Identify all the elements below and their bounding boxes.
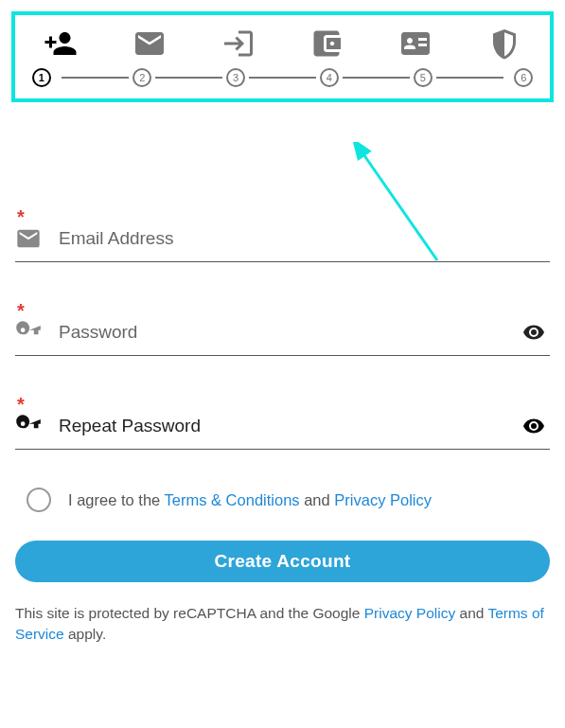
step-id[interactable] bbox=[387, 27, 444, 61]
eye-icon bbox=[518, 321, 550, 344]
password-input[interactable] bbox=[59, 322, 518, 343]
privacy-link[interactable]: Privacy Policy bbox=[334, 491, 432, 508]
progress-stepper: 1 2 3 4 5 6 bbox=[11, 11, 554, 102]
step-connector bbox=[155, 77, 222, 79]
step-connector bbox=[436, 77, 503, 79]
agree-row: I agree to the Terms & Conditions and Pr… bbox=[26, 488, 550, 512]
email-input[interactable] bbox=[59, 228, 550, 249]
google-privacy-link[interactable]: Privacy Policy bbox=[364, 605, 455, 621]
recaptcha-middle: and bbox=[455, 605, 487, 621]
repeat-password-input[interactable] bbox=[59, 416, 518, 436]
step-number-2: 2 bbox=[132, 68, 151, 87]
step-number-3: 3 bbox=[226, 68, 245, 87]
email-field-wrapper: * bbox=[15, 206, 550, 262]
step-number-4: 4 bbox=[320, 68, 339, 87]
step-email[interactable] bbox=[121, 27, 178, 61]
repeat-password-field-wrapper: * bbox=[15, 394, 550, 450]
shield-icon bbox=[487, 27, 521, 61]
agree-prefix: I agree to the bbox=[68, 491, 165, 508]
id-card-icon bbox=[398, 27, 433, 61]
agree-checkbox[interactable] bbox=[26, 488, 51, 512]
key-icon bbox=[15, 319, 42, 346]
required-mark: * bbox=[17, 206, 25, 228]
recaptcha-notice: This site is protected by reCAPTCHA and … bbox=[15, 603, 550, 646]
step-connector bbox=[62, 77, 129, 79]
step-connector bbox=[343, 77, 410, 79]
password-field-wrapper: * bbox=[15, 300, 550, 356]
required-mark: * bbox=[17, 394, 25, 416]
person-add-icon bbox=[44, 27, 78, 61]
step-number-5: 5 bbox=[414, 68, 433, 87]
agree-text: I agree to the Terms & Conditions and Pr… bbox=[68, 491, 432, 509]
eye-icon bbox=[518, 415, 550, 437]
mail-icon bbox=[15, 225, 42, 252]
recaptcha-suffix: apply. bbox=[64, 626, 107, 642]
stepper-number-row: 1 2 3 4 5 6 bbox=[25, 68, 540, 87]
step-security[interactable] bbox=[476, 27, 533, 61]
step-number-1: 1 bbox=[32, 68, 51, 87]
step-wallet[interactable] bbox=[298, 27, 355, 61]
login-icon bbox=[221, 27, 256, 61]
step-connector bbox=[249, 77, 316, 79]
step-login[interactable] bbox=[210, 27, 267, 61]
step-account[interactable] bbox=[32, 27, 89, 61]
wallet-icon bbox=[309, 27, 344, 61]
toggle-repeat-password-visibility[interactable] bbox=[518, 415, 550, 437]
recaptcha-prefix: This site is protected by reCAPTCHA and … bbox=[15, 605, 364, 621]
signup-form: * * * I agree to the Te bbox=[11, 206, 554, 646]
required-mark: * bbox=[17, 300, 25, 322]
mail-icon bbox=[132, 27, 167, 61]
agree-middle: and bbox=[300, 491, 335, 508]
create-account-button[interactable]: Create Account bbox=[15, 541, 550, 582]
step-number-6: 6 bbox=[514, 68, 533, 87]
toggle-password-visibility[interactable] bbox=[518, 321, 550, 344]
terms-link[interactable]: Terms & Conditions bbox=[165, 491, 300, 508]
key-icon bbox=[15, 413, 42, 439]
